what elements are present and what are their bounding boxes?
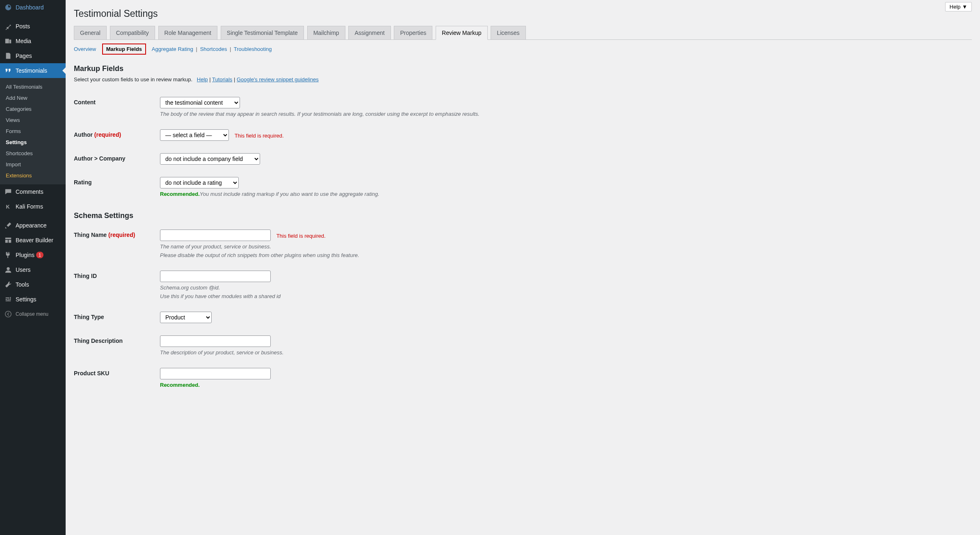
tab-mailchimp[interactable]: Mailchimp	[307, 26, 345, 39]
markup-fields-intro: Select your custom fields to use in revi…	[74, 76, 972, 91]
sidebar-item-kali-forms[interactable]: K Kali Forms	[0, 199, 66, 214]
submenu-categories[interactable]: Categories	[0, 103, 66, 115]
admin-sidebar: Dashboard Posts Media Pages Testimonials…	[0, 0, 66, 535]
thing-type-label: Thing Type	[74, 305, 156, 329]
thing-type-select[interactable]: Product	[160, 312, 212, 323]
submenu-all-testimonials[interactable]: All Testimonials	[0, 81, 66, 92]
collapse-icon	[4, 310, 12, 318]
subtab-markup-fields[interactable]: Markup Fields	[102, 44, 146, 55]
sidebar-label: Settings	[16, 296, 37, 303]
thing-name-error: This field is required.	[276, 233, 326, 239]
comment-icon	[4, 188, 12, 196]
schema-settings-table: Thing Name (required) This field is requ…	[74, 223, 972, 394]
sidebar-item-posts[interactable]: Posts	[0, 19, 66, 34]
sidebar-label: Beaver Builder	[16, 237, 53, 243]
thing-id-input[interactable]	[160, 271, 271, 282]
svg-text:K: K	[6, 204, 10, 210]
subtab-aggregate-rating[interactable]: Aggregate Rating	[152, 46, 193, 52]
submenu-extensions[interactable]: Extensions	[0, 170, 66, 181]
dashboard-icon	[4, 3, 12, 11]
tab-properties[interactable]: Properties	[394, 26, 432, 39]
author-company-label: Author > Company	[74, 147, 156, 171]
thing-name-desc1: The name of your product, service or bus…	[160, 243, 968, 250]
help-link[interactable]: Help	[197, 76, 208, 83]
submenu-add-new[interactable]: Add New	[0, 92, 66, 103]
subtab-shortcodes[interactable]: Shortcodes	[200, 46, 227, 52]
subtab-overview[interactable]: Overview	[74, 46, 96, 52]
tab-role-management[interactable]: Role Management	[158, 26, 217, 39]
thing-description-input[interactable]	[160, 335, 271, 347]
sidebar-label: Kali Forms	[16, 203, 43, 210]
sidebar-item-media[interactable]: Media	[0, 34, 66, 48]
wrench-icon	[4, 280, 12, 289]
google-guidelines-link[interactable]: Google's review snippet guidelines	[237, 76, 319, 83]
sidebar-item-dashboard[interactable]: Dashboard	[0, 0, 66, 15]
author-error: This field is required.	[235, 133, 284, 139]
user-icon	[4, 266, 12, 274]
submenu-testimonials: All Testimonials Add New Categories View…	[0, 78, 66, 184]
content-select[interactable]: the testimonial content	[160, 97, 240, 108]
sidebar-item-beaver-builder[interactable]: Beaver Builder	[0, 233, 66, 248]
tutorials-link[interactable]: Tutorials	[212, 76, 232, 83]
tab-single-testimonial-template[interactable]: Single Testimonial Template	[221, 26, 304, 39]
sidebar-label: Posts	[16, 23, 30, 30]
author-company-select[interactable]: do not include a company field	[160, 153, 260, 165]
author-label: Author (required)	[74, 123, 156, 147]
page-icon	[4, 52, 12, 60]
rating-label: Rating	[74, 171, 156, 203]
submenu-views[interactable]: Views	[0, 115, 66, 126]
product-sku-input[interactable]	[160, 368, 271, 379]
markup-fields-heading: Markup Fields	[74, 56, 972, 76]
thing-id-desc1: Schema.org custom @id.	[160, 285, 968, 291]
k-icon: K	[4, 202, 12, 211]
sidebar-item-pages[interactable]: Pages	[0, 48, 66, 63]
rating-desc: Recommended.You must include rating mark…	[160, 191, 968, 197]
tab-general[interactable]: General	[74, 26, 107, 39]
markup-fields-table: Content the testimonial content The body…	[74, 91, 972, 203]
sidebar-label: Media	[16, 38, 31, 44]
plugins-update-badge: 1	[36, 252, 43, 258]
thing-id-desc2: Use this if you have other modules with …	[160, 293, 968, 299]
subtab-troubleshooting[interactable]: Troubleshooting	[234, 46, 272, 52]
sidebar-label: Plugins	[16, 252, 34, 258]
sidebar-label: Comments	[16, 188, 43, 195]
pin-icon	[4, 22, 12, 30]
plug-icon	[4, 251, 12, 259]
media-icon	[4, 37, 12, 45]
thing-description-desc: The description of your product, service…	[160, 349, 968, 356]
help-button[interactable]: Help ▼	[945, 2, 972, 11]
sidebar-label: Pages	[16, 53, 32, 59]
sidebar-label: Users	[16, 266, 31, 273]
sidebar-item-settings[interactable]: Settings	[0, 292, 66, 307]
product-sku-label: Product SKU	[74, 362, 156, 394]
sidebar-item-plugins[interactable]: Plugins 1	[0, 248, 66, 262]
submenu-shortcodes[interactable]: Shortcodes	[0, 148, 66, 159]
content-label: Content	[74, 91, 156, 123]
tab-compatibility[interactable]: Compatibility	[110, 26, 155, 39]
sidebar-label: Tools	[16, 281, 29, 288]
sidebar-label: Appearance	[16, 222, 47, 229]
sidebar-item-tools[interactable]: Tools	[0, 277, 66, 292]
sidebar-label: Collapse menu	[16, 311, 48, 317]
sidebar-item-collapse[interactable]: Collapse menu	[0, 307, 66, 321]
thing-description-label: Thing Description	[74, 329, 156, 362]
submenu-settings[interactable]: Settings	[0, 137, 66, 148]
svg-point-2	[5, 311, 11, 317]
schema-settings-heading: Schema Settings	[74, 203, 972, 223]
tab-licenses[interactable]: Licenses	[491, 26, 525, 39]
submenu-forms[interactable]: Forms	[0, 126, 66, 137]
sub-tabs: Overview Markup Fields Aggregate Rating …	[74, 40, 972, 56]
rating-select[interactable]: do not include a rating	[160, 177, 239, 188]
sidebar-item-comments[interactable]: Comments	[0, 184, 66, 199]
thing-name-input[interactable]	[160, 230, 271, 241]
tab-assignment[interactable]: Assignment	[348, 26, 391, 39]
sidebar-item-appearance[interactable]: Appearance	[0, 218, 66, 233]
settings-icon	[4, 295, 12, 303]
sidebar-item-users[interactable]: Users	[0, 262, 66, 277]
svg-point-1	[7, 267, 9, 270]
submenu-import[interactable]: Import	[0, 159, 66, 170]
author-select[interactable]: — select a field —	[160, 129, 229, 141]
sidebar-item-testimonials[interactable]: Testimonials	[0, 63, 66, 78]
quote-icon	[4, 67, 12, 75]
tab-review-markup[interactable]: Review Markup	[436, 26, 487, 40]
